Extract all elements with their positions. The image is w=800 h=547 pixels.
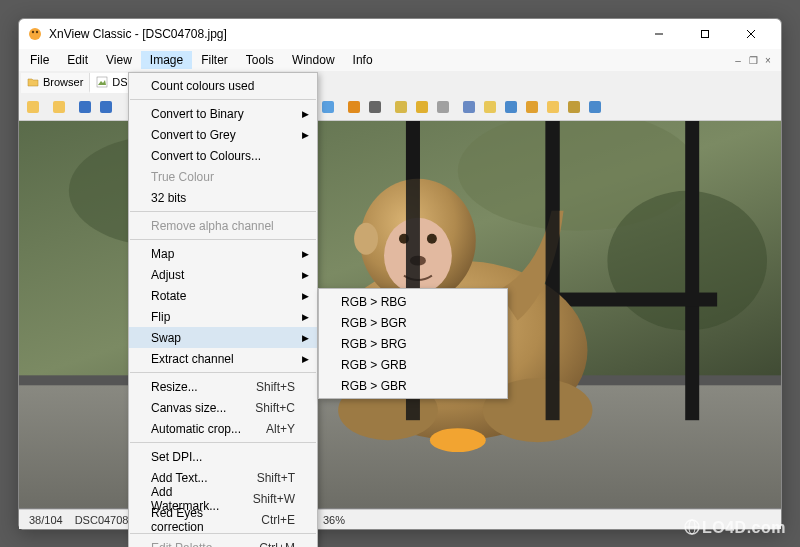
menu-edit[interactable]: Edit <box>58 51 97 69</box>
menu-item-resize[interactable]: Resize...Shift+S <box>129 376 317 397</box>
image-menu-dropdown[interactable]: Count colours usedConvert to Binary▶Conv… <box>128 72 318 547</box>
menu-item-set-dpi[interactable]: Set DPI... <box>129 446 317 467</box>
menu-info[interactable]: Info <box>344 51 382 69</box>
mail-icon[interactable] <box>480 97 500 117</box>
menu-item-edit-palette: Edit Palette...Ctrl+M <box>129 537 317 547</box>
svg-rect-12 <box>100 101 112 113</box>
svg-point-49 <box>427 234 437 244</box>
menu-item-label: True Colour <box>151 170 214 184</box>
menu-item-label: RGB > GRB <box>341 358 407 372</box>
save-icon[interactable] <box>75 97 95 117</box>
svg-point-52 <box>430 428 486 452</box>
dropdown-icon[interactable] <box>365 97 385 117</box>
monitor-icon[interactable] <box>501 97 521 117</box>
menu-item-label: Canvas size... <box>151 401 226 415</box>
menu-item-label: RGB > BRG <box>341 337 407 351</box>
menu-item-extract-channel[interactable]: Extract channel▶ <box>129 348 317 369</box>
menu-item-label: Edit Palette... <box>151 541 222 548</box>
svg-rect-31 <box>589 101 601 113</box>
watermark-text: LO4D.com <box>702 519 786 536</box>
menu-item-label: Adjust <box>151 268 184 282</box>
export-icon[interactable] <box>412 97 432 117</box>
swap-rgb-grb[interactable]: RGB > GRB <box>319 354 507 375</box>
svg-rect-27 <box>505 101 517 113</box>
swap-rgb-brg[interactable]: RGB > BRG <box>319 333 507 354</box>
maximize-button[interactable] <box>683 20 727 48</box>
menu-item-label: Convert to Colours... <box>151 149 261 163</box>
svg-rect-11 <box>79 101 91 113</box>
tab-label: Browser <box>43 76 83 88</box>
menu-separator <box>130 372 316 373</box>
menu-item-convert-to-binary[interactable]: Convert to Binary▶ <box>129 103 317 124</box>
menu-item-label: Flip <box>151 310 170 324</box>
svg-rect-10 <box>53 101 65 113</box>
menu-item-convert-to-grey[interactable]: Convert to Grey▶ <box>129 124 317 145</box>
swap-rgb-bgr[interactable]: RGB > BGR <box>319 312 507 333</box>
swap-rgb-rbg[interactable]: RGB > RBG <box>319 291 507 312</box>
folder-gear-icon[interactable] <box>543 97 563 117</box>
mdi-controls: – ❐ × <box>731 53 779 67</box>
menu-item-label: RGB > BGR <box>341 316 407 330</box>
fullscreen-icon[interactable] <box>344 97 364 117</box>
menu-view[interactable]: View <box>97 51 141 69</box>
svg-rect-24 <box>437 101 449 113</box>
menu-item-adjust[interactable]: Adjust▶ <box>129 264 317 285</box>
svg-rect-23 <box>416 101 428 113</box>
minimize-button[interactable] <box>637 20 681 48</box>
menu-item-swap[interactable]: Swap▶ <box>129 327 317 348</box>
menu-item-canvas-size[interactable]: Canvas size...Shift+C <box>129 397 317 418</box>
svg-rect-9 <box>27 101 39 113</box>
menu-tools[interactable]: Tools <box>237 51 283 69</box>
svg-rect-19 <box>322 101 334 113</box>
folder-icon <box>27 76 39 88</box>
menu-image[interactable]: Image <box>141 51 192 69</box>
svg-rect-26 <box>484 101 496 113</box>
menu-item-map[interactable]: Map▶ <box>129 243 317 264</box>
save-dropdown-icon[interactable] <box>96 97 116 117</box>
menu-file[interactable]: File <box>21 51 58 69</box>
menu-shortcut: Ctrl+E <box>241 513 295 527</box>
menu-item-convert-to-colours[interactable]: Convert to Colours... <box>129 145 317 166</box>
menu-separator <box>130 239 316 240</box>
copy-icon[interactable] <box>391 97 411 117</box>
swap-submenu[interactable]: RGB > RBGRGB > BGRRGB > BRGRGB > GRBRGB … <box>318 288 508 399</box>
menu-item-label: Red Eyes correction <box>151 506 241 534</box>
open-icon[interactable] <box>49 97 69 117</box>
swap-rgb-gbr[interactable]: RGB > GBR <box>319 375 507 396</box>
menu-shortcut: Shift+C <box>235 401 295 415</box>
rotate-right-icon[interactable] <box>318 97 338 117</box>
menu-item-label: Convert to Binary <box>151 107 244 121</box>
menu-item-automatic-crop[interactable]: Automatic crop...Alt+Y <box>129 418 317 439</box>
scanner-icon[interactable] <box>459 97 479 117</box>
menu-separator <box>130 99 316 100</box>
menu-window[interactable]: Window <box>283 51 344 69</box>
menu-item-red-eyes-correction[interactable]: Red Eyes correctionCtrl+E <box>129 509 317 530</box>
mdi-minimize-icon[interactable]: – <box>731 53 745 67</box>
svg-rect-25 <box>463 101 475 113</box>
menu-item-label: Convert to Grey <box>151 128 236 142</box>
help-icon[interactable] <box>585 97 605 117</box>
menu-item-32-bits[interactable]: 32 bits <box>129 187 317 208</box>
menu-item-rotate[interactable]: Rotate▶ <box>129 285 317 306</box>
tab-browser[interactable]: Browser <box>21 73 90 93</box>
menu-item-flip[interactable]: Flip▶ <box>129 306 317 327</box>
svg-point-51 <box>354 223 378 255</box>
mdi-restore-icon[interactable]: ❐ <box>746 53 760 67</box>
svg-point-1 <box>32 31 34 33</box>
menu-shortcut: Shift+S <box>236 380 295 394</box>
menu-item-count-colours-used[interactable]: Count colours used <box>129 75 317 96</box>
close-button[interactable] <box>729 20 773 48</box>
chevron-right-icon: ▶ <box>302 130 309 140</box>
menu-filter[interactable]: Filter <box>192 51 237 69</box>
wallpaper-icon[interactable] <box>522 97 542 117</box>
menu-item-label: Set DPI... <box>151 450 202 464</box>
mdi-close-icon[interactable]: × <box>761 53 775 67</box>
titlebar: XnView Classic - [DSC04708.jpg] <box>19 19 781 49</box>
menu-item-label: Map <box>151 247 174 261</box>
svg-rect-4 <box>702 31 709 38</box>
print-icon[interactable] <box>433 97 453 117</box>
new-folder-icon[interactable] <box>23 97 43 117</box>
chevron-right-icon: ▶ <box>302 270 309 280</box>
settings-icon[interactable] <box>564 97 584 117</box>
menubar: FileEditViewImageFilterToolsWindowInfo –… <box>19 49 781 71</box>
